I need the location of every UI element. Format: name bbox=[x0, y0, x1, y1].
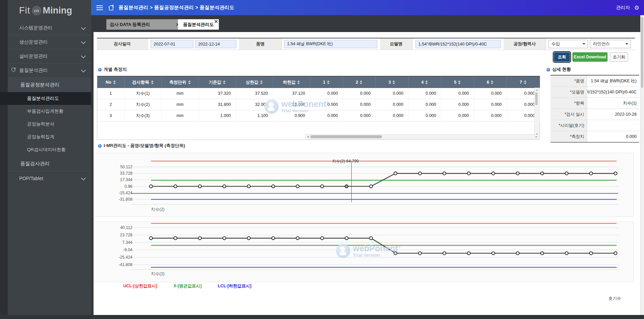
table-cell: 0.000 bbox=[408, 110, 441, 121]
tab-close-icon[interactable]: ✕ bbox=[214, 19, 218, 25]
table-cell: 치수(3) bbox=[124, 110, 161, 121]
column-header[interactable]: No bbox=[97, 77, 124, 88]
product-name-input[interactable]: 1.54 패널 BWR(DKE 社) bbox=[284, 40, 377, 48]
detail-label: *모델명 bbox=[550, 87, 587, 97]
table-cell: 0.000 bbox=[310, 99, 343, 110]
top-bar: 품질분석관리 > 품질공정분석관리 > 품질분석관리도 관리자 ⚙ bbox=[91, 0, 644, 15]
detail-row: *측정치0.000 bbox=[550, 131, 639, 142]
date-to-input[interactable]: 2022-12-14 bbox=[195, 40, 236, 48]
individuals-chart[interactable]: 50.11233.72817.3440.96-15.424-31.808치수(2… bbox=[94, 153, 634, 217]
column-header[interactable]: 5 bbox=[441, 77, 474, 88]
sort-icon[interactable] bbox=[223, 80, 226, 84]
column-header[interactable]: 2 bbox=[343, 77, 376, 88]
detail-value: 1.54 패널 BWR(DKE 社) bbox=[587, 76, 639, 86]
date-from-input[interactable]: 2022-07-01 bbox=[151, 40, 194, 48]
column-header[interactable]: 1 bbox=[310, 77, 343, 88]
sidebar-item[interactable]: 품질검사관리 bbox=[8, 156, 91, 171]
reset-button[interactable]: 초기화 bbox=[610, 52, 628, 62]
sort-icon[interactable] bbox=[392, 80, 395, 84]
window-vertical-scrollbar[interactable] bbox=[640, 15, 644, 315]
table-horizontal-scrollbar[interactable]: ◄ ► bbox=[305, 134, 539, 139]
legend-item: LCL-[하한값표시] bbox=[218, 283, 251, 289]
tab-inactive[interactable]: 검사 DATA 등록관리✕ bbox=[106, 19, 183, 30]
scroll-down-icon[interactable]: ▼ bbox=[535, 132, 539, 136]
sidebar-item[interactable]: 부품검사집계현황 bbox=[8, 105, 91, 118]
table-cell: 1 bbox=[97, 88, 124, 99]
table-row[interactable]: 2치수(2)mm31.80032.00031.6000.0000.0000.00… bbox=[97, 99, 540, 110]
vertical-scroll-thumb[interactable] bbox=[535, 92, 538, 105]
column-header[interactable]: 3 bbox=[376, 77, 408, 88]
scroll-left-icon[interactable]: ◄ bbox=[306, 135, 310, 139]
svg-text:-41.808: -41.808 bbox=[119, 262, 132, 267]
sidebar-item[interactable]: 설비운영관리 bbox=[8, 49, 91, 63]
moving-range-chart[interactable]: 40.11223.7287.344-9.04-25.424-41.808치수(2… bbox=[94, 222, 634, 282]
product-name-label: 품명 bbox=[239, 38, 282, 50]
table-cell: 0.000 bbox=[408, 88, 441, 99]
sort-icon[interactable] bbox=[113, 80, 116, 84]
sort-icon[interactable] bbox=[491, 80, 493, 84]
sidebar-item[interactable]: 품질분석관리도 bbox=[0, 92, 91, 105]
scroll-up-icon[interactable]: ▲ bbox=[535, 88, 539, 92]
tab-active[interactable]: 품질분석관리도✕ bbox=[178, 19, 219, 30]
process-select[interactable]: 수입 bbox=[548, 40, 588, 48]
sidebar-item[interactable]: 품질분석관리 bbox=[8, 63, 91, 77]
table-cell: 0.000 bbox=[408, 99, 441, 110]
column-header[interactable]: 하한값 bbox=[273, 77, 310, 88]
sort-icon[interactable] bbox=[360, 80, 362, 84]
tab-strip: 검사 DATA 등록관리✕품질분석관리도✕ bbox=[91, 15, 644, 32]
excel-download-button[interactable]: Excel Download bbox=[572, 52, 608, 62]
table-cell: 3 bbox=[97, 110, 124, 121]
table-row[interactable]: 3치수(3)mm1.0001.1000.9000.0000.0000.0000.… bbox=[97, 110, 540, 121]
table-cell: 0.000 bbox=[310, 110, 343, 121]
table-vertical-scrollbar[interactable]: ▲ ▼ bbox=[534, 88, 539, 137]
column-header[interactable]: 4 bbox=[408, 77, 441, 88]
model-name-label: 모델명 bbox=[380, 38, 413, 50]
search-button[interactable]: 조회 bbox=[554, 52, 570, 62]
sidebar-item[interactable]: 생산운영관리 bbox=[8, 35, 91, 49]
column-header[interactable]: 7 bbox=[507, 77, 540, 88]
column-header[interactable]: 기준값 bbox=[199, 77, 236, 88]
svg-text:0.96: 0.96 bbox=[125, 184, 133, 189]
sort-icon[interactable] bbox=[327, 80, 330, 84]
logo-on-badge: on bbox=[32, 6, 42, 16]
sort-icon[interactable] bbox=[458, 80, 461, 84]
column-header[interactable]: 검사항목 bbox=[124, 77, 161, 88]
sidebar-item[interactable]: 공정능력분석 bbox=[8, 118, 91, 130]
hamburger-menu-icon[interactable] bbox=[96, 4, 103, 11]
sidebar-item-label: 품질분석관리 bbox=[19, 67, 48, 74]
column-header[interactable]: 6 bbox=[474, 77, 507, 88]
user-name[interactable]: 관리자 bbox=[616, 5, 630, 11]
sort-icon[interactable] bbox=[297, 80, 300, 84]
table-cell: 0.000 bbox=[474, 88, 507, 99]
sidebar-item-label: QR검사데이터현황 bbox=[27, 147, 66, 153]
sort-icon[interactable] bbox=[188, 80, 191, 84]
horizontal-scroll-thumb[interactable] bbox=[310, 135, 382, 138]
sidebar-item[interactable]: 공정능력집계 bbox=[8, 130, 91, 143]
sidebar: Fit on Mining 시스템운영관리생산운영관리설비운영관리품질분석관리품… bbox=[0, 0, 91, 319]
svg-text:23.728: 23.728 bbox=[120, 233, 132, 237]
home-icon[interactable] bbox=[108, 4, 114, 11]
table-cell: 37.520 bbox=[236, 88, 273, 99]
sidebar-item[interactable]: POP/Tablet bbox=[8, 171, 91, 185]
sort-icon[interactable] bbox=[524, 80, 526, 84]
table-cell: 37.320 bbox=[199, 88, 236, 99]
model-name-input[interactable]: 1.54"/BWR/152*152(140 DPI)/0-40C bbox=[415, 40, 501, 48]
app-logo: Fit on Mining bbox=[0, 0, 91, 21]
detail-value bbox=[587, 120, 639, 131]
sidebar-item-label: 품질공정분석관리 bbox=[20, 82, 59, 88]
sidebar-item[interactable]: 품질공정분석관리 bbox=[8, 77, 91, 92]
svg-text:40.112: 40.112 bbox=[120, 225, 132, 230]
sidebar-item[interactable]: 시스템운영관리 bbox=[8, 21, 91, 35]
column-header[interactable]: 상한값 bbox=[236, 77, 273, 88]
chevron-down-icon bbox=[81, 54, 86, 58]
sort-icon[interactable] bbox=[425, 80, 428, 84]
window-scroll-thumb[interactable] bbox=[641, 17, 643, 88]
sort-icon[interactable] bbox=[260, 80, 263, 84]
gear-icon[interactable]: ⚙ bbox=[634, 4, 639, 11]
sidebar-item[interactable]: QR검사데이터현황 bbox=[8, 143, 91, 156]
partner-select[interactable]: 라인언스 bbox=[590, 40, 631, 48]
column-header[interactable]: 측정단위 bbox=[161, 77, 199, 88]
table-cell: 0.900 bbox=[273, 110, 310, 121]
sort-icon[interactable] bbox=[151, 80, 154, 84]
table-row[interactable]: 1치수(1)mm37.32037.52037.1200.0000.0000.00… bbox=[97, 88, 540, 99]
